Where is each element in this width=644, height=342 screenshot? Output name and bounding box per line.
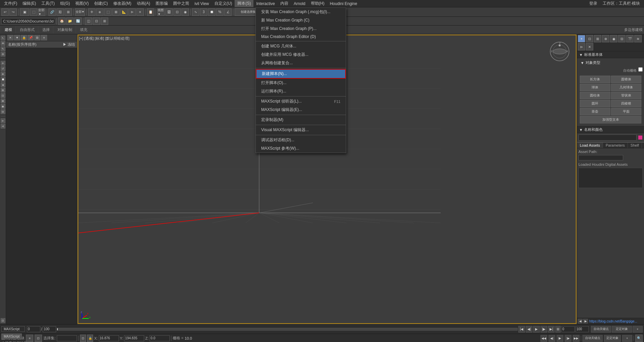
menu-open-script[interactable]: 打开脚本(O)... <box>256 79 346 87</box>
geosphere-btn[interactable]: 几何球体 <box>611 84 642 91</box>
extra-icon-btn[interactable]: ⊳ <box>578 43 585 50</box>
menu-group[interactable]: 组(G) <box>57 0 73 7</box>
cone-btn[interactable]: 圆锥体 <box>611 76 642 83</box>
timetag-btn-status[interactable]: + <box>622 335 632 342</box>
bottom-btn[interactable]: ⊡ <box>1 318 5 323</box>
maxscript-btn[interactable]: MAXScript <box>1 334 22 339</box>
x-input[interactable] <box>99 335 119 341</box>
time-slider[interactable] <box>57 328 518 331</box>
render-type-btn[interactable]: 视图▼ <box>157 8 165 16</box>
menu-workspace[interactable]: 工作区：工具栏·模块 <box>600 0 643 7</box>
menu-mid[interactable]: 囲中之简 <box>170 0 192 7</box>
status-prev1-btn[interactable]: ◀| <box>549 335 555 342</box>
menu-open-mcg[interactable]: 打开 Max Creation Graph (P)... <box>256 25 346 33</box>
menu-login[interactable]: 登录 <box>587 0 600 7</box>
menu-reference[interactable]: MAXScript 参考(W)... <box>256 144 346 153</box>
utility-btn[interactable]: ⊟ <box>1 109 5 114</box>
pin-btn[interactable]: 📌 <box>28 35 34 40</box>
cylinder-btn[interactable]: 圆柱体 <box>580 92 610 99</box>
select-object-btn[interactable]: ▣ <box>20 8 29 16</box>
menu-arnold[interactable]: Arnold <box>291 1 308 7</box>
menu-create[interactable]: 创建(C) <box>91 0 111 7</box>
teapot-btn[interactable]: 茶壶 <box>580 108 610 115</box>
nav-right-btn[interactable]: ▶ <box>583 319 588 324</box>
bind-btn[interactable]: ⊞ <box>65 8 72 16</box>
menu-debugger[interactable]: 调试器对话框(D)... <box>256 136 346 144</box>
undo-btn[interactable]: ↩ <box>1 8 9 16</box>
menu-civilview[interactable]: ivil View <box>192 1 212 7</box>
text-btn[interactable]: 加强型文本 <box>580 116 641 123</box>
plane-btn[interactable]: 平面 <box>611 108 642 115</box>
select-tool-btn[interactable]: ↖ <box>1 36 5 40</box>
snap2-btn[interactable]: 🔲 <box>208 8 215 16</box>
torus-btn[interactable]: 圆环 <box>580 100 610 107</box>
motion-icon-btn[interactable]: ⊕ <box>602 35 609 42</box>
key-mode-btn[interactable]: ⊞ <box>555 326 561 333</box>
houdini-tab-params[interactable]: Parameters <box>603 143 628 148</box>
tab-freeform[interactable]: 自由形式 <box>16 26 38 33</box>
create-icon-btn[interactable]: ✦ <box>578 35 585 42</box>
filter-btn[interactable]: ▼ <box>14 35 20 40</box>
extra2-icon-btn[interactable]: ✕ <box>586 43 593 50</box>
menu-content[interactable]: 内容 <box>278 0 291 7</box>
menu-new-script[interactable]: 新建脚本(N)... <box>256 69 346 79</box>
setkey-btn-status[interactable]: 定定对象 <box>604 335 621 342</box>
menu-create-mcg-geo[interactable]: 创建 MCG 几何体... <box>256 42 346 50</box>
render2-btn[interactable]: ⊡ <box>173 8 181 16</box>
select-filter-btn[interactable]: 全部▼ <box>75 8 85 16</box>
menu-script[interactable]: 脚本(S) <box>235 0 253 7</box>
obj-btn1[interactable]: ◫ <box>85 17 92 25</box>
nav-left-btn[interactable]: ◀ <box>578 319 582 324</box>
redo-btn[interactable]: ↪ <box>9 8 17 16</box>
box-btn[interactable]: 长方体 <box>580 76 610 83</box>
material-btn[interactable]: ◈ <box>1 82 5 87</box>
menu-create-compound[interactable]: 从网格创建复合... <box>256 59 346 67</box>
scene-btn1[interactable]: 🏠 <box>58 17 66 25</box>
tube-btn[interactable]: 管状体 <box>611 92 642 99</box>
list-view-btn[interactable]: ≡ <box>41 35 47 40</box>
menu-animation[interactable]: 动画(A) <box>134 0 153 7</box>
menu-modifiers[interactable]: 修改器(M) <box>111 0 134 7</box>
modifier-btn[interactable]: ⊞ <box>1 88 5 92</box>
render-btn[interactable]: 🖼 <box>165 8 173 16</box>
place-btn[interactable]: 📐 <box>120 8 128 16</box>
sphere-btn[interactable]: 球体 <box>580 84 610 91</box>
menu-listener[interactable]: MAXScript 侦听器(L)... F11 <box>256 97 346 106</box>
scene-list[interactable] <box>6 48 77 324</box>
grid-view-btn[interactable]: ⊞ <box>34 35 40 40</box>
select-region-btn[interactable]: ⬚ <box>30 8 37 16</box>
obj-btn3[interactable]: ⊞ <box>101 17 108 25</box>
menu-help[interactable]: 帮助(H) <box>308 0 327 7</box>
search-btn[interactable]: 🔍 <box>635 335 643 342</box>
menu-houdini[interactable]: Houdini Engine <box>327 1 360 7</box>
coord-type-btn[interactable]: ⊡ <box>80 335 86 342</box>
hier-icon-btn[interactable]: ⊞ <box>594 35 601 42</box>
auto-grid-checkbox[interactable] <box>638 67 643 72</box>
curve-btn[interactable]: ∿ <box>192 8 199 16</box>
menu-file[interactable]: 文件(F) <box>1 0 20 7</box>
prev-frame-btn[interactable]: ◀| <box>526 326 532 333</box>
go-end-btn[interactable]: ▶| <box>548 326 555 333</box>
tab-modeling[interactable]: 建模 <box>1 26 16 33</box>
coord-lock-btn[interactable]: 🔒 <box>87 335 93 342</box>
current-frame-input[interactable] <box>27 326 40 332</box>
snap1-btn[interactable]: 3 <box>200 8 207 16</box>
select-set-input[interactable] <box>57 335 77 341</box>
tab-paint[interactable]: 对象绘制 <box>54 26 76 33</box>
menu-edit[interactable]: 编辑(E) <box>20 0 39 7</box>
motion-btn[interactable]: ⊠ <box>1 99 5 103</box>
utility-icon-btn[interactable]: ⊟ <box>618 35 626 42</box>
menu-create-apply-mcg[interactable]: 创建并应用 MCG 修改器... <box>256 50 346 59</box>
select-move-btn[interactable]: ⊕ <box>96 8 104 16</box>
pyramid-btn[interactable]: 四棱锥 <box>611 100 642 107</box>
snap-btn[interactable]: 🔲 <box>1 77 5 82</box>
scale-tool-btn[interactable]: ⊕ <box>1 72 5 76</box>
display-icon-btn[interactable]: ◉ <box>610 35 617 42</box>
misc-btn1[interactable]: ⊳ <box>1 118 5 123</box>
obj-btn2[interactable]: ⊡ <box>93 17 100 25</box>
scale-btn[interactable]: ⊠ <box>112 8 120 16</box>
menu-view[interactable]: 视图(V) <box>73 0 91 7</box>
color-swatch[interactable] <box>638 135 643 140</box>
display-btn[interactable]: 👁 <box>1 41 5 46</box>
snap4-btn[interactable]: ∠ <box>224 8 232 16</box>
